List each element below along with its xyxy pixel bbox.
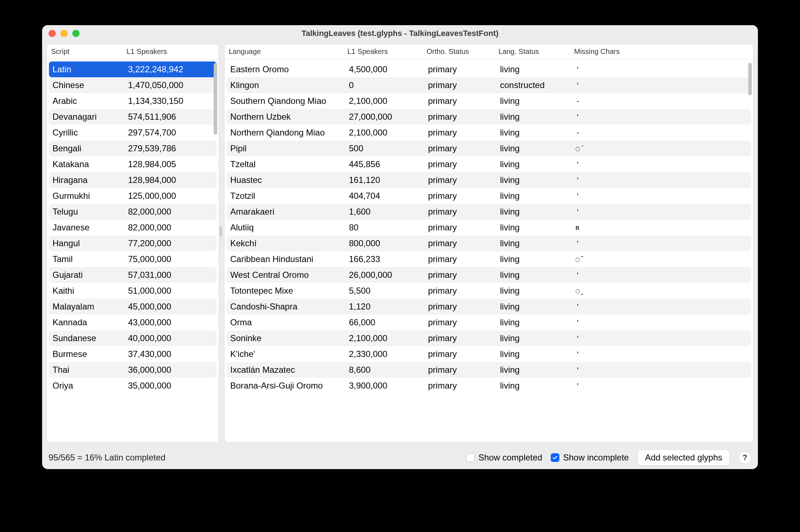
table-row[interactable]: Chinese1,470,050,000 [49,77,217,93]
cell-language: Tzeltal [230,159,349,169]
table-row[interactable]: Malayalam45,000,000 [49,299,217,315]
cell-missing: - [576,97,747,105]
cell-language: Candoshi-Shapra [230,302,349,312]
cell-lang-status: living [500,270,576,280]
add-selected-glyphs-button[interactable]: Add selected glyphs [637,449,730,466]
table-row[interactable]: Telugu82,000,000 [49,204,217,220]
table-row[interactable]: Klingon0primaryconstructed' [227,77,751,93]
cell-speakers: 2,100,000 [349,128,428,138]
show-completed-checkbox[interactable]: Show completed [466,453,542,463]
cell-speakers: 800,000 [349,238,428,248]
table-row[interactable]: Totontepec Mixe5,500primaryliving◌̱ [227,283,751,299]
table-row[interactable]: West Central Oromo26,000,000primarylivin… [227,267,751,283]
cell-lang-status: living [500,349,576,359]
cell-ortho-status: primary [428,286,500,296]
cell-lang-status: living [500,254,576,264]
cell-missing: ' [576,271,747,279]
cell-speakers: 8,600 [349,365,428,375]
cell-missing: ' [576,239,747,248]
table-row[interactable]: Burmese37,430,000 [49,346,217,362]
cell-ortho-status: primary [428,143,500,153]
table-row[interactable]: Devanagari574,511,906 [49,109,217,125]
table-row[interactable]: Kannada43,000,000 [49,315,217,330]
table-row[interactable]: Hangul77,200,000 [49,235,217,251]
cell-lang-status: living [500,317,576,327]
languages-body[interactable]: Eastern Oromo4,500,000primaryliving'Klin… [224,59,753,442]
table-row[interactable]: Soninke2,100,000primaryliving' [227,330,751,346]
cell-lang-status: living [500,333,576,343]
cell-missing: ' [576,192,747,200]
table-row[interactable]: Latin3,222,248,942 [49,61,217,77]
cell-lang-status: living [500,223,576,233]
col-speakers[interactable]: L1 Speakers [127,47,214,56]
cell-ortho-status: primary [428,381,500,391]
table-row[interactable]: Cyrillic297,574,700 [49,125,217,141]
col-l1-speakers[interactable]: L1 Speakers [347,47,427,56]
table-row[interactable]: Candoshi-Shapra1,120primaryliving' [227,299,751,315]
table-row[interactable]: Borana-Arsi-Guji Oromo3,900,000primaryli… [227,378,751,394]
table-row[interactable]: Orma66,000primaryliving' [227,315,751,330]
table-row[interactable]: Katakana128,984,005 [49,156,217,172]
table-row[interactable]: Caribbean Hindustani166,233primaryliving… [227,251,751,267]
col-missing[interactable]: Missing Chars [574,47,749,56]
table-row[interactable]: Kekchí800,000primaryliving' [227,235,751,251]
zoom-icon[interactable] [72,30,79,37]
cell-missing: ʀ [576,223,747,232]
scripts-pane: Script L1 Speakers Latin3,222,248,942Chi… [46,44,219,442]
table-row[interactable]: Tamil75,000,000 [49,251,217,267]
split-handle[interactable] [220,226,222,237]
cell-script: Hiragana [53,175,128,185]
cell-speakers: 2,100,000 [349,96,428,106]
help-button[interactable]: ? [738,451,751,464]
cell-ortho-status: primary [428,112,500,122]
cell-speakers: 57,031,000 [128,270,213,280]
table-row[interactable]: Eastern Oromo4,500,000primaryliving' [227,61,751,77]
table-row[interactable]: Thai36,000,000 [49,362,217,378]
cell-missing: ' [576,176,747,184]
cell-script: Cyrillic [53,128,128,138]
close-icon[interactable] [49,30,56,37]
cell-speakers: 445,856 [349,159,428,169]
scrollbar-thumb[interactable] [214,63,217,135]
table-row[interactable]: K'iche'2,330,000primaryliving' [227,346,751,362]
table-row[interactable]: Gujarati57,031,000 [49,267,217,283]
table-row[interactable]: Gurmukhi125,000,000 [49,188,217,204]
scrollbar-thumb[interactable] [748,63,752,95]
table-row[interactable]: Tzeltal445,856primaryliving' [227,156,751,172]
scripts-body[interactable]: Latin3,222,248,942Chinese1,470,050,000Ar… [47,59,219,442]
table-row[interactable]: Alutiiq80primarylivingʀ [227,220,751,235]
table-row[interactable]: Huastec161,120primaryliving' [227,172,751,188]
show-incomplete-checkbox[interactable]: Show incomplete [551,453,629,463]
cell-speakers: 5,500 [349,286,428,296]
table-row[interactable]: Oriya35,000,000 [49,378,217,394]
cell-language: West Central Oromo [230,270,349,280]
cell-ortho-status: primary [428,191,500,201]
cell-language: Tzotzil [230,191,349,201]
table-row[interactable]: Amarakaeri1,600primaryliving' [227,204,751,220]
col-lang-status[interactable]: Lang. Status [499,47,574,56]
cell-ortho-status: primary [428,317,500,327]
table-row[interactable]: Sundanese40,000,000 [49,330,217,346]
table-row[interactable]: Pipil500primaryliving◌́ [227,141,751,156]
cell-speakers: 297,574,700 [128,128,213,138]
table-row[interactable]: Arabic1,134,330,150 [49,93,217,109]
table-row[interactable]: Kaithi51,000,000 [49,283,217,299]
cell-ortho-status: primary [428,302,500,312]
table-row[interactable]: Hiragana128,984,000 [49,172,217,188]
col-script[interactable]: Script [51,47,127,56]
cell-speakers: 27,000,000 [349,112,428,122]
app-window: TalkingLeaves (test.glyphs - TalkingLeav… [42,25,758,469]
cell-missing: ' [576,318,747,327]
table-row[interactable]: Ixcatlán Mazatec8,600primaryliving' [227,362,751,378]
table-row[interactable]: Northern Uzbek27,000,000primaryliving' [227,109,751,125]
minimize-icon[interactable] [60,30,68,37]
table-row[interactable]: Bengali279,539,786 [49,141,217,156]
table-row[interactable]: Southern Qiandong Miao2,100,000primaryli… [227,93,751,109]
table-row[interactable]: Javanese82,000,000 [49,220,217,235]
cell-language: Soninke [230,333,349,343]
table-row[interactable]: Tzotzil404,704primaryliving' [227,188,751,204]
table-row[interactable]: Northern Qiandong Miao2,100,000primaryli… [227,125,751,141]
col-language[interactable]: Language [229,47,347,56]
col-ortho-status[interactable]: Ortho. Status [427,47,499,56]
cell-speakers: 166,233 [349,254,428,264]
